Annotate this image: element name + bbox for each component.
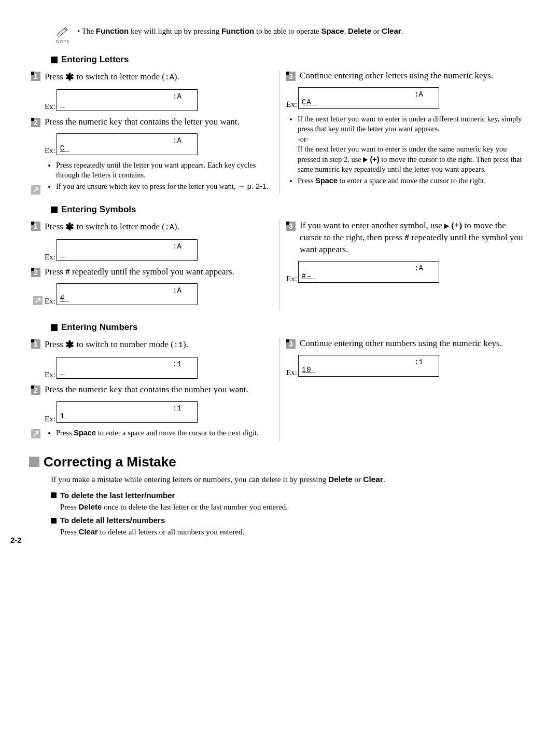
key-delete: Delete [78, 502, 102, 511]
ex-label: Ex: [45, 145, 55, 156]
link-icon[interactable] [31, 429, 40, 438]
cursor: _ [312, 366, 316, 374]
link-icon[interactable] [31, 185, 40, 195]
key-clear: Clear [363, 475, 383, 484]
letters-display-3-row: Ex: :A CA_ [286, 84, 529, 112]
key-plus: (+) [368, 155, 379, 163]
cursor: _ [312, 272, 316, 280]
lcd-display: :1 10_ [298, 355, 439, 377]
note-icon-holder: NOTE [56, 26, 70, 45]
bullet-item: If the next letter you want to enter is … [298, 114, 529, 175]
symbols-display-2-row: Ex: :A #_ [33, 280, 273, 308]
square-bullet-icon [51, 57, 58, 63]
mode: :A [165, 223, 174, 232]
page-number: 2-2 [10, 535, 22, 545]
mode: :A [165, 73, 174, 82]
lcd-mode: :A [173, 92, 181, 102]
symbols-step-2: 2 Press # repeatedly until the symbol yo… [31, 266, 273, 278]
lcd-display: :1 _ [57, 357, 198, 379]
numbers-display-2-row: Ex: :1 1_ [45, 398, 273, 426]
letters-display-2-row: Ex: :A C_ [45, 130, 273, 158]
lcd-value: 10_ [302, 365, 316, 375]
subbody-delete-last: Press Delete once to delete the last let… [60, 502, 529, 512]
t: to enter a space and move the cursor to … [96, 429, 259, 437]
t: If you make a mistake while entering let… [51, 475, 328, 484]
letters-right-bullets: If the next letter you want to enter is … [289, 114, 529, 186]
section-entering-symbols: Entering Symbols [51, 204, 529, 216]
section-entering-numbers: Entering Numbers [51, 322, 529, 334]
t: ). [174, 222, 179, 231]
cursor: _ [65, 144, 69, 153]
numbers-bullets: Press Space to enter a space and move th… [48, 428, 273, 438]
t: To delete the last letter/number [60, 490, 175, 501]
cursor: _ [65, 294, 69, 302]
note-text: • The Function key will light up by pres… [77, 26, 403, 36]
page-ref: → p. 2-1. [237, 182, 269, 190]
section-entering-letters: Entering Letters [51, 54, 529, 66]
lcd-mode: :A [173, 242, 181, 252]
lcd-display: :A C_ [57, 133, 198, 155]
numbers-left-col: 1 Press ✱ to switch to number mode (:1).… [31, 338, 280, 442]
square-bullet-icon [51, 518, 57, 524]
lcd-display: :A #_ [57, 283, 198, 305]
step-badge: 3 [286, 222, 296, 231]
lcd-value: _ [60, 100, 65, 109]
v: CA [302, 98, 312, 106]
heading-text: Correcting a Mistake [44, 453, 176, 471]
t: once to delete the last letter or the la… [102, 503, 288, 511]
symbols-display-1-row: Ex: :A _ [45, 236, 273, 264]
lcd-mode: :A [414, 90, 423, 100]
lcd-display: :A #–_ [298, 261, 439, 283]
symbols-step-3: 3 If you want to enter another symbol, u… [286, 220, 529, 256]
numbers-display-1-row: Ex: :1 _ [45, 354, 273, 382]
cursor: _ [60, 100, 65, 108]
t: repeatedly until the symbol you want app… [70, 267, 234, 277]
step-text: Press the numeric key that contains the … [45, 116, 240, 128]
t: Press [45, 339, 65, 349]
lcd-value: C_ [60, 144, 70, 154]
t: or [353, 475, 363, 484]
bullet-item: Press Space to enter a space and move th… [56, 428, 273, 438]
step-badge: 1 [31, 339, 40, 349]
step-badge: 2 [31, 118, 40, 127]
bullet-item: If you are unsure which key to press for… [56, 182, 273, 192]
v: C [60, 144, 65, 153]
square-bullet-icon [51, 324, 58, 331]
letters-left-col: 1 Press ✱ to switch to letter mode (:A).… [31, 70, 280, 195]
t: Press [298, 176, 315, 185]
heading-text: Entering Numbers [61, 322, 137, 334]
t: Press [45, 72, 65, 81]
link-icon[interactable] [33, 296, 43, 305]
t: or [371, 27, 382, 35]
t: If you are unsure which key to press for… [56, 182, 237, 190]
t: to delete all letters or all numbers you… [98, 528, 244, 536]
key-hash: # [65, 267, 70, 277]
lcd-display: :A _ [57, 239, 198, 261]
cursor: _ [312, 98, 316, 106]
t: key will light up by pressing [129, 27, 221, 35]
letters-step-2: 2 Press the numeric key that contains th… [31, 116, 273, 128]
t: to be able to operate [254, 27, 321, 35]
symbols-display-3-row: Ex: :A #–_ [286, 258, 529, 286]
step-badge: 3 [286, 72, 296, 81]
note-block: NOTE • The Function key will light up by… [56, 26, 529, 45]
step-badge: 2 [31, 386, 40, 395]
cursor: _ [65, 412, 69, 420]
ex-label: Ex: [286, 99, 297, 109]
t: , [344, 27, 348, 35]
t: Press [60, 503, 78, 511]
star-icon: ✱ [65, 339, 74, 350]
step-text: Press ✱ to switch to letter mode (:A). [45, 220, 179, 234]
lcd-mode: :1 [414, 357, 423, 367]
t: To delete all letters/numbers [60, 515, 165, 526]
star-icon: ✱ [65, 71, 74, 82]
numbers-step-3: 3 Continue entering other numbers using … [286, 338, 529, 350]
key-clear: Clear [78, 527, 98, 536]
right-triangle-icon [444, 224, 449, 229]
lcd-display: :A _ [57, 89, 198, 111]
ex-label: Ex: [45, 101, 55, 112]
letters-bullets: Press repeatedly until the letter you wa… [48, 160, 273, 192]
star-icon: ✱ [65, 221, 74, 232]
step-text: Press ✱ to switch to letter mode (:A). [45, 70, 179, 84]
v: # [60, 294, 65, 302]
